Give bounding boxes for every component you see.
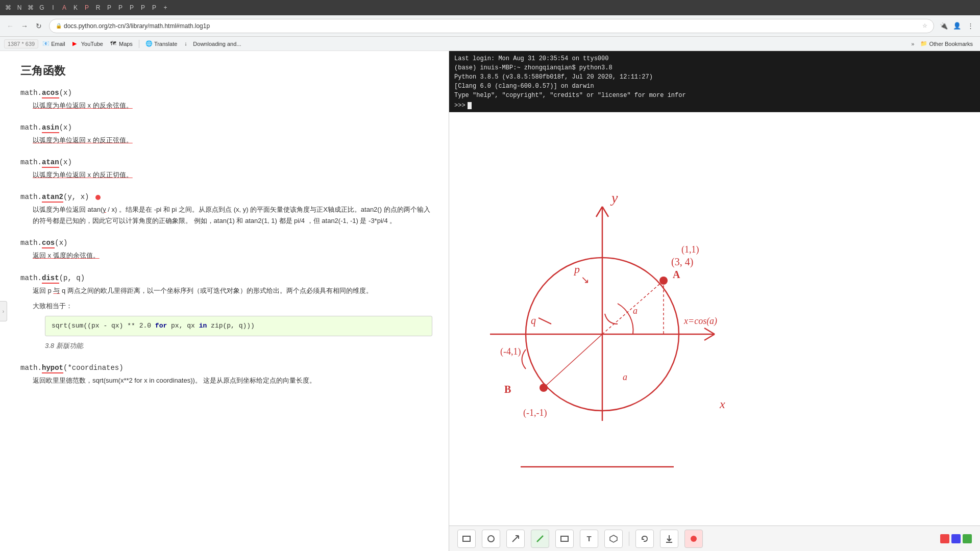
desc-cos: 返回 x 弧度的余弦值。 — [20, 250, 432, 261]
toolbar-p2-icon[interactable]: P — [105, 4, 113, 12]
bookmark-email[interactable]: 📧 Email — [39, 39, 68, 48]
browser-actions: 🔌 👤 ⋮ — [938, 20, 976, 32]
right-panel: Last login: Mon Aug 31 20:35:54 on ttys0… — [449, 51, 980, 551]
bookmark-downloading[interactable]: ↓ Downloading and... — [181, 39, 244, 48]
function-entry-hypot: math.hypot(*coordinates) 返回欧里里德范数，sqrt(s… — [20, 364, 432, 386]
color-swatch-red[interactable] — [940, 534, 949, 543]
module-name-cos: math. — [20, 239, 42, 247]
bookmark-maps[interactable]: 🗺 Maps — [107, 39, 136, 48]
terminal-prompt[interactable]: >>> — [454, 102, 975, 109]
reload-button[interactable]: ↻ — [33, 20, 45, 32]
bookmark-downloading-label: Downloading and... — [193, 41, 241, 47]
toolbar-p3-icon[interactable]: P — [116, 4, 125, 12]
address-bar[interactable]: 🔒 docs.python.org/zh-cn/3/library/math.h… — [49, 19, 934, 33]
svg-line-5 — [602, 207, 608, 217]
function-sig-atan: math.atan(x) — [20, 158, 432, 166]
toolbar-cmd-icon[interactable]: ⌘ — [4, 4, 12, 12]
bookmark-translate[interactable]: 🌐 Translate — [142, 39, 180, 48]
rectangle-tool-button[interactable] — [457, 530, 476, 548]
toolbar-k-icon[interactable]: K — [71, 4, 80, 12]
drawing-canvas[interactable]: y x p ↘ (3, 4) A (1,1) x=cos(a) — [449, 112, 980, 525]
version-note-dist: 3.8 新版功能. — [33, 340, 432, 352]
func-name-dist: dist — [42, 274, 59, 284]
download-button[interactable] — [660, 530, 678, 548]
maps-icon: 🗺 — [110, 40, 117, 47]
undo-button[interactable] — [635, 530, 654, 548]
toolbar-p1-icon[interactable]: P — [83, 4, 91, 12]
svg-text:(-1,-1): (-1,-1) — [523, 408, 547, 418]
color-swatches — [940, 534, 972, 543]
svg-text:q: q — [531, 315, 536, 327]
bookmarks-more: » 📁 Other Bookmarks — [911, 39, 976, 48]
atan2-y-text: y — [103, 206, 106, 213]
svg-line-10 — [544, 334, 602, 388]
dims-badge: 1387 * 639 — [4, 39, 38, 48]
toolbar-n-icon[interactable]: N — [15, 4, 23, 12]
email-icon: 📧 — [42, 40, 50, 47]
toolbar-a-icon[interactable]: A — [60, 4, 68, 12]
profile-button[interactable]: 👤 — [951, 20, 963, 32]
svg-line-29 — [512, 536, 519, 542]
bookmarks-divider1 — [139, 40, 139, 48]
pen-tool-button[interactable] — [531, 530, 549, 548]
bookmark-youtube-label: YouTube — [81, 41, 103, 47]
star-icon[interactable]: ☆ — [922, 22, 927, 29]
toolbar-g-icon[interactable]: G — [38, 4, 46, 12]
svg-text:(-4,1): (-4,1) — [500, 346, 521, 357]
module-name-acos: math. — [20, 89, 42, 97]
top-toolbar: ⌘ N ⌘ G I A K P R P P P P P + — [0, 0, 980, 15]
desc-atan2: 以弧度为单位返回 atan(y / x) 。结果是在 -pi 和 pi 之间。从… — [20, 204, 432, 227]
args-acos: (x) — [59, 89, 72, 97]
desc-asin: 以弧度为单位返回 x 的反正弦值。 — [20, 135, 432, 146]
toolbar-r-icon[interactable]: R — [94, 4, 102, 12]
drawing-toolbar: T — [449, 525, 980, 551]
address-text: docs.python.org/zh-cn/3/library/math.htm… — [64, 22, 210, 30]
other-bookmarks[interactable]: 📁 Other Bookmarks — [917, 39, 976, 48]
args-asin: (x) — [59, 123, 72, 132]
browser-content[interactable]: › 三角函数 math.acos(x) 以弧度为单位返回 x 的反余弦值。 ma… — [0, 51, 449, 551]
bookmark-maps-label: Maps — [119, 41, 133, 47]
svg-text:(1,1): (1,1) — [681, 244, 699, 255]
text-tool-button[interactable]: T — [580, 530, 598, 548]
shape-tool-button[interactable] — [555, 530, 574, 548]
sidebar-toggle[interactable]: › — [0, 301, 7, 321]
draw-tool-separator — [629, 532, 629, 546]
function-sig-acos: math.acos(x) — [20, 89, 432, 97]
toolbar-p4-icon[interactable]: P — [128, 4, 136, 12]
desc-hypot-text: 返回欧里里德范数，sqrt(sum(x**2 for x in coordina… — [33, 377, 316, 384]
func-name-asin: asin — [42, 123, 59, 133]
toolbar-i-icon[interactable]: I — [49, 4, 57, 12]
more-bookmarks-icon[interactable]: » — [911, 41, 914, 47]
polygon-tool-button[interactable] — [604, 530, 623, 548]
extensions-button[interactable]: 🔌 — [938, 20, 949, 32]
menu-button[interactable]: ⋮ — [965, 20, 976, 32]
func-name-atan: atan — [42, 158, 59, 168]
bookmark-youtube[interactable]: ▶ YouTube — [69, 39, 106, 48]
svg-point-37 — [691, 536, 697, 542]
nav-buttons: ← → ↻ — [4, 20, 45, 32]
desc-dist-main: 返回 p 与 q 两点之间的欧几里得距离，以一个坐标序列（或可迭代对象）的形式给… — [33, 285, 432, 296]
toolbar-cmd2-icon[interactable]: ⌘ — [27, 4, 35, 12]
toolbar-plus-icon[interactable]: + — [161, 4, 169, 12]
back-button[interactable]: ← — [4, 20, 16, 32]
desc-dist-approx: 大致相当于： — [33, 300, 432, 312]
toolbar-p5-icon[interactable]: P — [139, 4, 147, 12]
color-swatch-blue[interactable] — [951, 534, 961, 543]
function-sig-dist: math.dist(p, q) — [20, 274, 432, 282]
prompt-text: >>> — [454, 102, 465, 109]
args-atan: (x) — [59, 158, 72, 166]
function-sig-asin: math.asin(x) — [20, 123, 432, 132]
function-entry-asin: math.asin(x) 以弧度为单位返回 x 的反正弦值。 — [20, 123, 432, 146]
circle-tool-button[interactable] — [482, 530, 500, 548]
section-title: 三角函数 — [20, 63, 432, 79]
toolbar-p6-icon[interactable]: P — [150, 4, 158, 12]
forward-button[interactable]: → — [18, 20, 31, 32]
function-entry-cos: math.cos(x) 返回 x 弧度的余弦值。 — [20, 239, 432, 261]
arrow-tool-button[interactable] — [506, 530, 525, 548]
color-swatch-green[interactable] — [963, 534, 972, 543]
color-picker-button[interactable] — [684, 530, 703, 548]
module-name-asin: math. — [20, 123, 42, 132]
desc-cos-text: 返回 x 弧度的余弦值。 — [33, 252, 100, 259]
module-name-dist: math. — [20, 274, 42, 282]
main-area: › 三角函数 math.acos(x) 以弧度为单位返回 x 的反余弦值。 ma… — [0, 51, 980, 551]
